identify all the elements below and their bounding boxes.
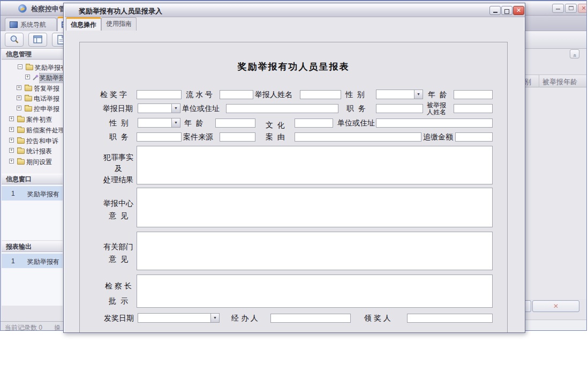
expand-plus-icon[interactable]: + [9, 138, 14, 143]
dialog-titlebar[interactable]: 奖励举报有功人员呈报录入 ✕ [65, 4, 525, 17]
restore-icon [569, 6, 574, 10]
tree-item[interactable]: − 奖励举报有 [2, 62, 63, 72]
tree-item[interactable]: + 统计报表 [2, 146, 63, 156]
dialog-minimize-button[interactable] [489, 6, 501, 15]
accused-age-input[interactable] [215, 118, 255, 128]
dropdown-arrow-icon[interactable]: ▼ [414, 90, 423, 99]
expand-plus-icon[interactable]: + [17, 95, 21, 100]
label-education: 文 化 [266, 121, 285, 130]
reporter-gender-select[interactable]: ▼ [376, 90, 423, 99]
tree-item[interactable]: + 控申举报 [2, 103, 63, 114]
dialog-title: 奖励举报有功人员呈报录入 [79, 6, 162, 16]
label-chief-line1: 检 察 长 [100, 281, 137, 291]
close-record-button[interactable]: ✕ [532, 300, 579, 312]
tab-system-nav[interactable]: 系统导航 [5, 18, 57, 31]
dialog-content: 奖励举报有功人员呈报表 检 奖 字 流 水 号 举报人姓名 性 别 ▼ 年 龄 … [65, 31, 525, 332]
reporter-address-input[interactable] [226, 104, 338, 113]
label-chief-line2: 批 示 [100, 297, 137, 306]
expand-plus-icon[interactable]: + [9, 148, 14, 153]
report-form-panel: 奖励举报有功人员呈报表 检 奖 字 流 水 号 举报人姓名 性 别 ▼ 年 龄 … [79, 42, 508, 332]
close-icon: ✕ [553, 302, 559, 310]
layout-button[interactable] [28, 33, 47, 47]
expand-plus-icon[interactable]: + [9, 116, 14, 121]
maximize-icon [504, 9, 509, 14]
main-restore-button[interactable] [565, 4, 577, 13]
accused-gender-select[interactable]: ▼ [138, 118, 180, 128]
results-table-body [523, 87, 587, 299]
collapse-minus-icon[interactable]: − [18, 64, 22, 69]
column-divider [539, 75, 539, 88]
app-logo-icon [18, 4, 27, 13]
accused-duty-input[interactable] [137, 132, 182, 142]
wand-icon [32, 75, 39, 81]
expand-plus-icon[interactable]: + [17, 85, 21, 90]
tab-user-guide[interactable]: 使用指南 [101, 17, 137, 31]
info-management-tree: − 奖励举报有 + 奖励举报 + 答复举报 + 电话举报 [2, 60, 63, 174]
label-reporter-duty: 职 务 [346, 104, 366, 113]
reporter-age-input[interactable] [454, 90, 493, 99]
tree-item-label: 控申举报 [34, 105, 59, 114]
list-item[interactable]: 1 奖励举报有 [2, 186, 63, 201]
entry-dialog: 奖励举报有功人员呈报录入 ✕ 信息操作 使用指南 奖励举报有功人员呈报表 检 奖… [63, 3, 525, 333]
tree-item[interactable]: + 控告和申诉 [2, 136, 63, 146]
center-opinion-textarea[interactable] [137, 188, 493, 227]
award-date-select[interactable]: ▼ [138, 313, 220, 323]
tree-item[interactable]: + 期间设置 [2, 157, 63, 167]
expand-plus-icon[interactable]: + [25, 75, 30, 79]
folder-icon [25, 86, 32, 91]
accused-name-input[interactable] [454, 104, 493, 113]
tree-item-label: 赔偿案件处理 [26, 126, 63, 135]
recovered-amount-input[interactable] [455, 132, 493, 142]
tree-item[interactable]: + 案件初查 [2, 114, 63, 124]
expand-plus-icon[interactable]: + [9, 127, 14, 132]
label-awardee: 领 奖 人 [364, 314, 391, 323]
award-no-input[interactable] [137, 90, 182, 99]
tab-info-operation[interactable]: 信息操作 [66, 17, 101, 31]
tree-item[interactable]: + 赔偿案件处理 [2, 125, 63, 135]
list-item[interactable]: 1 奖励举报有 [2, 254, 63, 268]
expand-plus-icon[interactable]: + [17, 106, 21, 110]
crime-facts-textarea[interactable] [137, 146, 493, 184]
reporter-duty-input[interactable] [376, 104, 423, 113]
folder-icon [17, 117, 25, 122]
label-case-reason: 案 由 [266, 132, 285, 142]
expand-plus-icon[interactable]: + [9, 159, 14, 164]
case-reason-input[interactable] [295, 132, 421, 142]
label-dept-opinion-line1: 有关部门 [102, 242, 135, 251]
tree-item-label: 答复举报 [34, 84, 59, 93]
report-date-select[interactable]: ▼ [138, 103, 180, 113]
dropdown-arrow-icon[interactable]: ▼ [210, 314, 219, 322]
dept-opinion-textarea[interactable] [137, 232, 493, 270]
tree-item-selected[interactable]: + 奖励举报 [2, 72, 63, 83]
dropdown-arrow-icon[interactable]: ▼ [171, 118, 180, 127]
tree-item[interactable]: + 答复举报 [2, 83, 63, 93]
folder-icon [17, 128, 25, 133]
search-button[interactable] [5, 33, 24, 47]
reporter-name-input[interactable] [300, 90, 341, 99]
list-item-label: 奖励举报有 [27, 190, 59, 199]
accused-address-input[interactable] [376, 118, 493, 128]
label-crime-facts-line2: 及 [102, 164, 135, 173]
section-info-management: 信息管理 [2, 49, 63, 60]
main-close-button[interactable]: ✕ [578, 4, 587, 13]
tab-system-nav-label: 系统导航 [20, 21, 46, 28]
dropdown-arrow-icon[interactable]: ▼ [171, 104, 180, 113]
label-crime-facts-line3: 处理结果 [102, 175, 135, 184]
col-header-accused-age: 被举报年龄 [542, 77, 577, 87]
dialog-close-button[interactable]: ✕ [513, 6, 524, 15]
main-minimize-button[interactable] [552, 4, 564, 13]
layout-panel-icon [33, 35, 43, 44]
label-reporter-gender: 性 别 [345, 90, 365, 99]
label-accused-address: 单位或住址 [337, 118, 375, 128]
dialog-maximize-button[interactable] [501, 6, 512, 15]
awardee-input[interactable] [407, 314, 493, 323]
chief-instruction-textarea[interactable] [137, 275, 493, 308]
collapse-panel-button[interactable]: « [570, 49, 579, 58]
tree-item[interactable]: + 电话举报 [2, 93, 63, 103]
serial-no-input[interactable] [220, 90, 253, 99]
folder-icon [17, 138, 25, 144]
label-center-opinion-line2: 意 见 [102, 211, 135, 220]
case-source-input[interactable] [220, 132, 255, 142]
handler-input[interactable] [270, 314, 351, 323]
education-input[interactable] [295, 118, 333, 128]
